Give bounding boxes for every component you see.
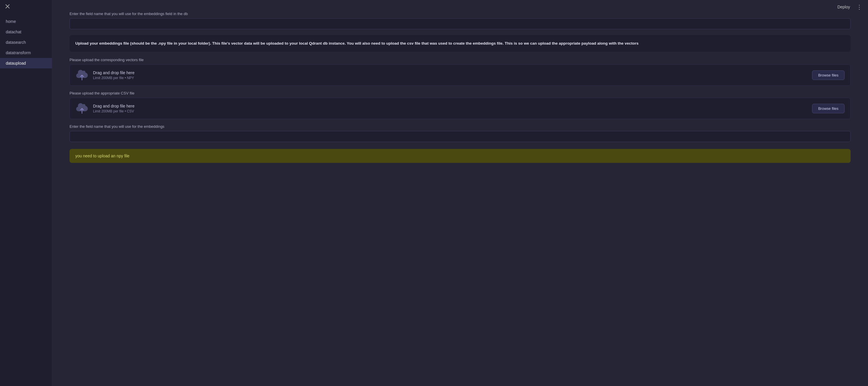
field-db-input[interactable] xyxy=(69,18,850,29)
sidebar-item-home[interactable]: home xyxy=(0,16,52,27)
upload-npy-limit: Limit 200MB per file • NPY xyxy=(93,76,134,80)
upload-npy-drag-text: Drag and drop file here xyxy=(93,70,134,75)
sidebar-item-datasearch[interactable]: datasearch xyxy=(0,37,52,48)
upload-npy-label: Please upload the corresponding vectors … xyxy=(69,58,850,62)
sidebar-item-datatransform[interactable]: datatransform xyxy=(0,48,52,58)
browse-npy-button[interactable]: Browse files xyxy=(812,70,844,80)
browse-csv-button[interactable]: Browse files xyxy=(812,104,844,113)
main-content: Enter the field name that you will use f… xyxy=(52,0,868,386)
upload-csv-label: Please upload the appropriate CSV file xyxy=(69,91,850,95)
close-icon xyxy=(5,4,10,9)
field-db-label: Enter the field name that you will use f… xyxy=(69,11,850,16)
sidebar-nav: home datachat datasearch datatransform d… xyxy=(0,16,52,68)
info-box: Upload your embeddings file (should be t… xyxy=(69,35,850,52)
close-button[interactable] xyxy=(4,3,11,10)
cloud-upload-icon-csv xyxy=(75,103,88,114)
upload-csv-text-group: Drag and drop file here Limit 200MB per … xyxy=(93,104,134,113)
field-embed-input[interactable] xyxy=(69,131,850,142)
more-menu-button[interactable]: ⋮ xyxy=(855,3,864,11)
upload-csv-drag-text: Drag and drop file here xyxy=(93,104,134,108)
upload-npy-left: Drag and drop file here Limit 200MB per … xyxy=(75,70,134,80)
cloud-upload-icon-npy xyxy=(75,70,88,80)
upload-csv-left: Drag and drop file here Limit 200MB per … xyxy=(75,103,134,114)
upload-npy-zone[interactable]: Drag and drop file here Limit 200MB per … xyxy=(69,64,850,86)
sidebar: home datachat datasearch datatransform d… xyxy=(0,0,52,386)
upload-npy-text-group: Drag and drop file here Limit 200MB per … xyxy=(93,70,134,80)
upload-csv-limit: Limit 200MB per file • CSV xyxy=(93,109,134,113)
top-bar: Deploy ⋮ xyxy=(835,3,864,11)
sidebar-item-datachat[interactable]: datachat xyxy=(0,27,52,37)
warning-box: you need to upload an npy file xyxy=(69,149,850,163)
field-embed-label: Enter the field name that you will use f… xyxy=(69,124,850,129)
deploy-button[interactable]: Deploy xyxy=(835,3,852,10)
sidebar-item-dataupload[interactable]: dataupload xyxy=(0,58,52,68)
upload-csv-zone[interactable]: Drag and drop file here Limit 200MB per … xyxy=(69,98,850,119)
info-text: Upload your embeddings file (should be t… xyxy=(75,41,639,46)
